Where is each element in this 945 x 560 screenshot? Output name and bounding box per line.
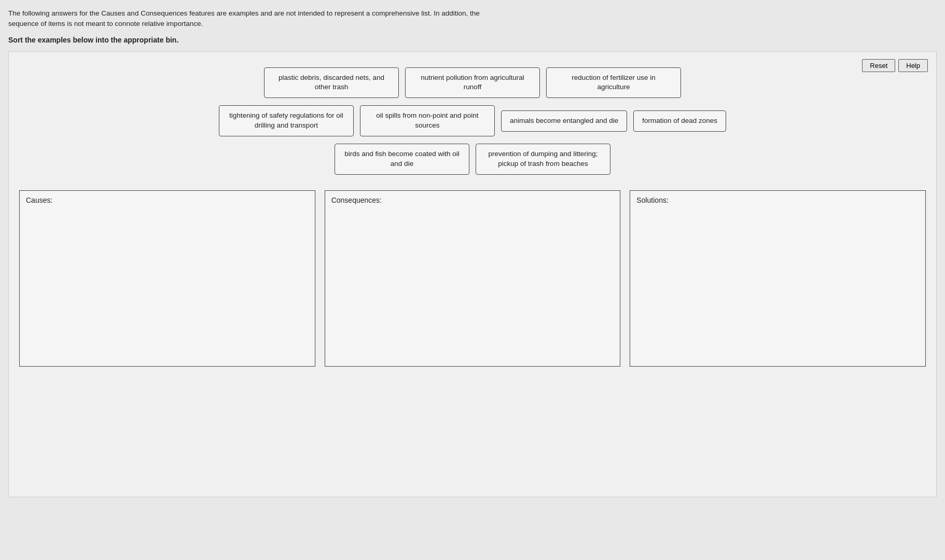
item-tightening[interactable]: tightening of safety regulations for oil… <box>219 105 354 136</box>
item-oilspills[interactable]: oil spills from non-point and point sour… <box>360 105 495 136</box>
help-button[interactable]: Help <box>898 59 928 72</box>
items-row-2: tightening of safety regulations for oil… <box>19 105 926 136</box>
main-container: Reset Help plastic debris, discarded net… <box>8 51 937 497</box>
top-buttons: Reset Help <box>862 59 928 72</box>
item-deadzones[interactable]: formation of dead zones <box>633 110 726 132</box>
bin-solutions-label: Solutions: <box>636 196 919 204</box>
item-birds[interactable]: birds and fish become coated with oil an… <box>335 144 469 175</box>
items-row-3: birds and fish become coated with oil an… <box>19 144 926 175</box>
item-entangled[interactable]: animals become entangled and die <box>501 110 627 132</box>
bin-causes[interactable]: Causes: <box>19 190 315 367</box>
item-plastic[interactable]: plastic debris, discarded nets, and othe… <box>264 67 399 99</box>
bin-causes-label: Causes: <box>26 196 309 204</box>
bin-consequences[interactable]: Consequences: <box>325 190 621 367</box>
bin-consequences-label: Consequences: <box>331 196 614 204</box>
item-reduction[interactable]: reduction of fertilizer use in agricultu… <box>546 67 681 99</box>
item-nutrient[interactable]: nutrient pollution from agricultural run… <box>405 67 540 99</box>
intro-text: The following answers for the Causes and… <box>8 8 932 30</box>
item-prevention[interactable]: prevention of dumping and littering; pic… <box>476 144 610 175</box>
bin-solutions[interactable]: Solutions: <box>630 190 926 367</box>
bins-area: Causes: Consequences: Solutions: <box>19 190 926 367</box>
items-row-1: plastic debris, discarded nets, and othe… <box>19 67 926 99</box>
sort-instruction: Sort the examples below into the appropr… <box>8 36 937 44</box>
items-area: plastic debris, discarded nets, and othe… <box>19 67 926 175</box>
reset-button[interactable]: Reset <box>862 59 895 72</box>
